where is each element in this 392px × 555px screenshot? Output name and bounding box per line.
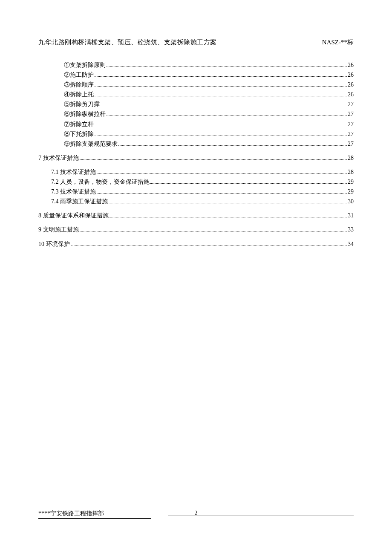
toc-leader-dots — [109, 198, 347, 204]
toc-label: 7 技术保证措施 — [38, 153, 79, 163]
toc-label: ⑨拆除支架规范要求 — [64, 139, 118, 149]
toc-page-number: 26 — [348, 80, 354, 90]
page-footer: ****宁安铁路工程指挥部 2 — [38, 510, 354, 519]
page-number: 2 — [195, 510, 198, 517]
header-code: NASZ-**标 — [322, 38, 354, 46]
toc-page-number: 26 — [348, 90, 354, 99]
toc-leader-dots — [95, 71, 347, 77]
toc-entry: ⑨拆除支架规范要求27 — [38, 139, 354, 149]
toc-leader-dots — [97, 188, 347, 194]
toc-entry: ⑧下托拆除27 — [38, 129, 354, 139]
toc-leader-dots — [80, 226, 347, 232]
toc-page-number: 29 — [348, 177, 354, 187]
toc-entry: ①支架拆除原则26 — [38, 60, 354, 70]
toc-page-number: 26 — [348, 60, 354, 70]
toc-page-number: 30 — [348, 197, 354, 206]
toc-label: ③拆除顺序 — [64, 80, 94, 90]
toc-label: ⑥拆除纵横拉杆 — [64, 109, 106, 119]
footer-org: ****宁安铁路工程指挥部 — [38, 510, 151, 519]
toc-leader-dots — [110, 212, 347, 218]
toc-page-number: 27 — [348, 139, 354, 149]
toc-label: ⑤拆除剪刀撑 — [64, 99, 100, 109]
toc-leader-dots — [95, 91, 347, 97]
toc-entry: 7.1 技术保证措施28 — [38, 167, 354, 177]
toc-entry: ⑥拆除纵横拉杆27 — [38, 109, 354, 119]
toc-leader-dots — [101, 101, 347, 107]
toc-entry: ②施工防护26 — [38, 70, 354, 80]
toc-leader-dots — [107, 110, 347, 116]
toc-label: 10 环境保护 — [38, 239, 70, 249]
page-header: 九华北路刚构桥满樘支架、预压、砼浇筑、支架拆除施工方案 NASZ-**标 — [38, 38, 354, 48]
header-title: 九华北路刚构桥满樘支架、预压、砼浇筑、支架拆除施工方案 — [38, 38, 217, 46]
toc-leader-dots — [95, 130, 347, 136]
toc-entry: ③拆除顺序26 — [38, 80, 354, 90]
toc-leader-dots — [95, 81, 347, 87]
toc-entry: 10 环境保护34 — [38, 239, 354, 249]
toc-label: ⑦拆除立杆 — [64, 119, 94, 129]
toc-page-number: 26 — [348, 70, 354, 80]
toc-label: 7.3 技术保证措施 — [51, 187, 96, 197]
toc-entry: ⑤拆除剪刀撑27 — [38, 99, 354, 109]
toc-label: ②施工防护 — [64, 70, 94, 80]
document-page: 九华北路刚构桥满樘支架、预压、砼浇筑、支架拆除施工方案 NASZ-**标 ①支架… — [0, 0, 392, 555]
toc-page-number: 34 — [348, 239, 354, 249]
toc-label: ⑧下托拆除 — [64, 129, 94, 139]
toc-label: 8 质量保证体系和保证措施 — [38, 211, 109, 220]
toc-entry: 7 技术保证措施28 — [38, 153, 354, 163]
toc-label: ①支架拆除原则 — [64, 60, 106, 70]
toc-leader-dots — [80, 154, 347, 160]
toc-page-number: 27 — [348, 119, 354, 129]
toc-label: 7.2 人员，设备，物资，资金保证措施 — [51, 177, 150, 187]
toc-entry: 7.2 人员，设备，物资，资金保证措施29 — [38, 177, 354, 187]
toc-page-number: 33 — [348, 225, 354, 234]
toc-entry: ④拆除上托26 — [38, 90, 354, 99]
toc-page-number: 31 — [348, 211, 354, 220]
toc-page-number: 29 — [348, 187, 354, 197]
toc-page-number: 28 — [348, 153, 354, 163]
toc-label: ④拆除上托 — [64, 90, 94, 99]
toc-leader-dots — [95, 120, 347, 126]
toc-entry: 8 质量保证体系和保证措施31 — [38, 211, 354, 220]
toc-leader-dots — [118, 140, 347, 146]
toc-leader-dots — [97, 168, 347, 174]
table-of-contents: ①支架拆除原则26②施工防护26③拆除顺序26④拆除上托26⑤拆除剪刀撑27⑥拆… — [38, 60, 354, 249]
toc-page-number: 28 — [348, 167, 354, 177]
toc-page-number: 27 — [348, 99, 354, 109]
toc-leader-dots — [107, 61, 347, 67]
toc-label: 7.1 技术保证措施 — [51, 167, 96, 177]
toc-entry: 7.4 雨季施工保证措施30 — [38, 197, 354, 206]
toc-page-number: 27 — [348, 129, 354, 139]
toc-label: 9 文明施工措施 — [38, 225, 79, 234]
toc-entry: 9 文明施工措施33 — [38, 225, 354, 234]
toc-label: 7.4 雨季施工保证措施 — [51, 197, 108, 206]
toc-entry: ⑦拆除立杆27 — [38, 119, 354, 129]
toc-page-number: 27 — [348, 109, 354, 119]
toc-leader-dots — [150, 178, 347, 184]
toc-leader-dots — [71, 240, 347, 246]
toc-entry: 7.3 技术保证措施29 — [38, 187, 354, 197]
